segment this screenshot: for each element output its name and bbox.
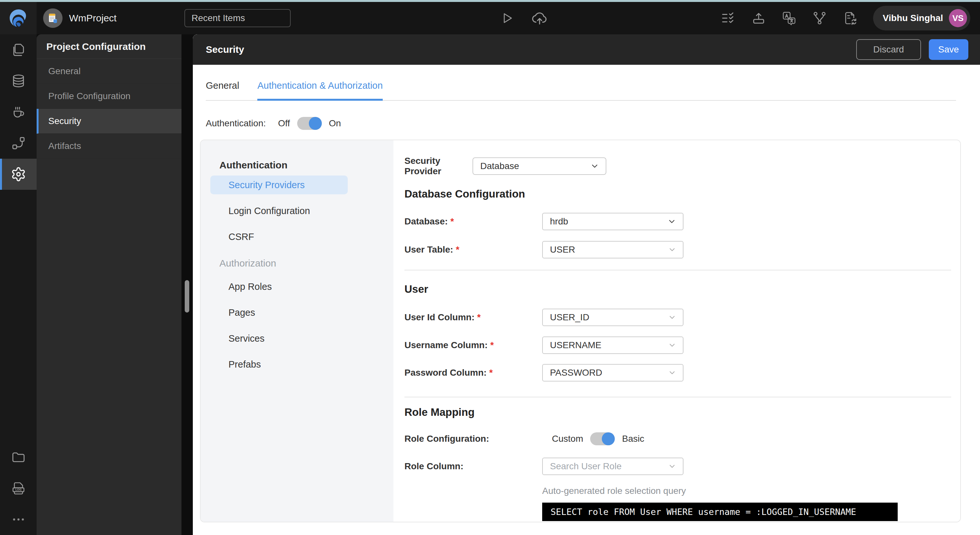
rail-item-java-services[interactable] <box>0 97 37 128</box>
role-selection-query: SELECT role FROM User WHERE username = :… <box>542 503 898 521</box>
username-column-select[interactable]: USERNAME <box>542 337 684 354</box>
user-table-label-text: User Table: <box>404 244 453 254</box>
localization-button[interactable] <box>782 11 797 25</box>
topbar: WmProject Recent Items <box>0 2 980 34</box>
password-column-label: Password Column:* <box>404 368 542 378</box>
role-column-select[interactable]: Search User Role <box>542 457 684 475</box>
password-column-select[interactable]: PASSWORD <box>542 364 684 381</box>
file-sync-icon <box>843 11 858 25</box>
main-area: Security Discard Save General Authentica… <box>193 34 980 535</box>
database-row: Database:* hrdb <box>404 213 951 230</box>
gear-icon <box>11 167 26 182</box>
switch-knob <box>602 432 615 445</box>
tab-general[interactable]: General <box>206 80 239 101</box>
nav-item-security-providers[interactable]: Security Providers <box>210 176 348 194</box>
project-icon <box>43 8 62 28</box>
save-button[interactable]: Save <box>929 39 968 60</box>
nav-item-pages[interactable]: Pages <box>210 303 384 322</box>
recent-items-dropdown[interactable]: Recent Items <box>185 9 291 27</box>
project-switcher[interactable]: WmProject <box>43 8 117 28</box>
security-settings-card: Authentication Security Providers Login … <box>200 140 961 522</box>
user-table-select[interactable]: USER <box>542 241 684 259</box>
app-body: LOG Project Configuration General Profil… <box>0 34 980 535</box>
sidebar-item-artifacts[interactable]: Artifacts <box>37 134 181 159</box>
nav-item-prefabs[interactable]: Prefabs <box>210 355 384 374</box>
deploy-button[interactable] <box>531 10 548 27</box>
export-button[interactable] <box>751 11 766 25</box>
section-divider <box>404 270 951 270</box>
checklist-button[interactable] <box>721 11 736 25</box>
rail-item-file-explorer[interactable] <box>0 442 37 473</box>
section-divider <box>404 397 951 397</box>
nav-item-login-configuration[interactable]: Login Configuration <box>210 202 384 220</box>
page-title: Security <box>206 44 244 55</box>
user-id-column-label: User Id Column:* <box>404 312 542 322</box>
log-badge-text: LOG <box>15 488 21 491</box>
chevron-down-icon <box>590 162 599 171</box>
database-label: Database:* <box>404 216 542 227</box>
nav-section-authentication: Authentication <box>210 158 384 172</box>
required-marker: * <box>456 244 459 254</box>
file-sync-button[interactable] <box>843 11 858 25</box>
tab-authentication-authorization[interactable]: Authentication & Authorization <box>257 80 383 101</box>
user-id-column-select[interactable]: USER_ID <box>542 309 684 326</box>
password-column-row: Password Column:* PASSWORD <box>404 364 951 381</box>
git-branch-icon <box>812 11 827 25</box>
discard-button[interactable]: Discard <box>856 39 921 60</box>
password-label-text: Password Column: <box>404 368 487 378</box>
sidebar-item-label: Artifacts <box>48 141 81 151</box>
sidebar-item-profile-configuration[interactable]: Profile Configuration <box>37 84 181 109</box>
sidebar-item-security[interactable]: Security <box>37 109 181 134</box>
required-marker: * <box>489 368 493 378</box>
wavemaker-logo[interactable] <box>0 2 37 34</box>
run-preview-button[interactable] <box>499 10 515 26</box>
user-table-row: User Table:* USER <box>404 241 951 259</box>
export-icon <box>751 11 766 25</box>
chevron-down-icon <box>668 313 676 322</box>
user-menu[interactable]: Vibhu Singhal VS <box>873 6 970 30</box>
version-control-button[interactable] <box>812 11 827 25</box>
authentication-switch[interactable] <box>297 117 322 130</box>
nav-item-services[interactable]: Services <box>210 329 384 348</box>
nav-item-csrf[interactable]: CSRF <box>210 227 384 246</box>
ellipsis-icon <box>11 512 26 527</box>
database-select[interactable]: hrdb <box>542 213 684 230</box>
chevron-down-icon <box>667 217 676 226</box>
vertical-scrollbar-thumb[interactable] <box>185 280 189 313</box>
custom-label: Custom <box>552 433 583 444</box>
security-provider-value: Database <box>480 161 519 171</box>
rail-item-apis[interactable] <box>0 128 37 159</box>
wave-logo-icon <box>8 8 29 28</box>
rail-item-more[interactable] <box>0 504 37 535</box>
security-provider-select[interactable]: Database <box>473 157 606 175</box>
topbar-right-icons: Vibhu Singhal VS <box>721 6 980 30</box>
sidebar-gap <box>181 34 193 535</box>
security-provider-label: Security Provider <box>404 156 473 176</box>
pipeline-icon <box>11 136 26 151</box>
user-table-value: USER <box>550 244 575 255</box>
project-name: WmProject <box>69 13 117 24</box>
rail-item-database[interactable] <box>0 65 37 97</box>
config-sidebar: Project Configuration General Profile Co… <box>37 34 181 535</box>
required-marker: * <box>450 216 454 226</box>
sidebar-item-label: Security <box>48 116 81 126</box>
database-label-text: Database: <box>404 216 448 226</box>
switch-knob <box>309 117 322 130</box>
user-id-column-row: User Id Column:* USER_ID <box>404 309 951 326</box>
chevron-down-icon <box>668 246 676 254</box>
rail-item-settings[interactable] <box>0 159 37 190</box>
toggle-off-label: Off <box>278 118 290 129</box>
chevron-down-icon <box>668 341 676 349</box>
sidebar-item-general[interactable]: General <box>37 59 181 84</box>
rail-item-logs[interactable]: LOG <box>0 473 37 504</box>
role-configuration-switch[interactable] <box>590 432 615 445</box>
user-heading: User <box>404 283 951 296</box>
rail-item-pages[interactable] <box>0 34 37 65</box>
role-configuration-label: Role Configuration: <box>404 433 542 444</box>
nav-item-app-roles[interactable]: App Roles <box>210 277 384 296</box>
page-header: Security Discard Save <box>193 34 980 65</box>
nav-section-authorization: Authorization <box>210 257 384 270</box>
required-marker: * <box>490 340 494 350</box>
password-column-value: PASSWORD <box>550 368 602 378</box>
username-label-text: Username Column: <box>404 340 488 350</box>
